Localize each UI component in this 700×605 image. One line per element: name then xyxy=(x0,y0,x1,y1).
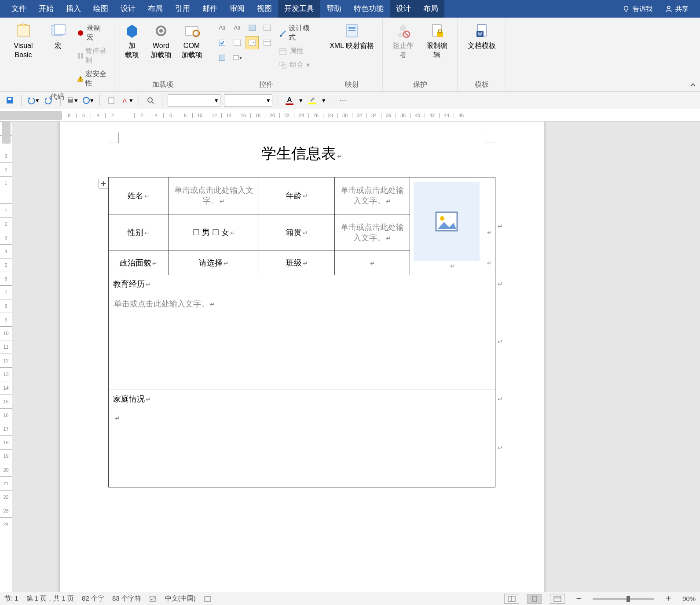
svg-line-47 xyxy=(152,102,154,103)
chevron-up-icon xyxy=(689,81,696,89)
tab-file[interactable]: 文件 xyxy=(5,0,33,18)
ribbon-group-addins: 加 载项 Word 加载项 COM 加载项 加载项 xyxy=(114,18,211,91)
qat-more-button[interactable]: ⋯ xyxy=(337,94,349,107)
svg-rect-28 xyxy=(348,27,355,29)
horizontal-ruler[interactable]: 8642246810121416182022242628303234363840… xyxy=(0,109,700,122)
cell-politics-label[interactable]: 政治面貌↵ xyxy=(109,251,169,275)
share-button[interactable]: 共享 xyxy=(659,5,695,13)
cell-class-input[interactable]: ↵↵ xyxy=(334,251,410,275)
status-language[interactable]: 中文(中国) xyxy=(165,594,196,603)
cell-politics-input[interactable]: 请选择↵ xyxy=(169,251,259,275)
picture-placeholder[interactable] xyxy=(414,182,480,261)
qat-shape-button[interactable]: ▾ xyxy=(82,94,94,107)
cell-family-header[interactable]: 家庭情况↵↵ xyxy=(109,390,495,408)
read-mode-button[interactable] xyxy=(504,594,519,604)
plain-text-control[interactable]: Aa xyxy=(231,21,244,34)
date-picker-control[interactable] xyxy=(260,36,274,49)
checkbox-control[interactable] xyxy=(216,36,229,49)
xml-mapping-button[interactable]: XML 映射窗格 xyxy=(326,21,377,52)
font-name-combo[interactable]: ▾ xyxy=(168,94,220,107)
status-page[interactable]: 第 1 页，共 1 页 xyxy=(26,594,74,603)
tab-insert[interactable]: 插入 xyxy=(60,0,87,18)
cell-origin-label[interactable]: 籍贯↵ xyxy=(259,214,334,251)
cell-class-label[interactable]: 班级↵ xyxy=(259,251,334,275)
com-addins-button[interactable]: COM 加载项 xyxy=(177,21,206,62)
tab-special[interactable]: 特色功能 xyxy=(348,0,390,18)
tab-table-layout[interactable]: 布局 xyxy=(417,0,444,18)
tab-developer[interactable]: 开发工具 xyxy=(278,0,320,18)
undo-button[interactable]: ▾ xyxy=(27,94,39,107)
font-color-button[interactable]: A xyxy=(283,94,296,107)
zoom-out-button[interactable]: − xyxy=(573,594,585,604)
visual-basic-button[interactable]: Visual Basic xyxy=(4,21,42,62)
status-section[interactable]: 节: 1 xyxy=(4,594,18,603)
status-chars[interactable]: 83 个字符 xyxy=(112,594,141,603)
cell-name-input[interactable]: 单击或点击此处输入文字。↵ xyxy=(169,177,259,214)
ribbon-group-template: W 文档模板 模板 xyxy=(458,18,506,91)
qat-paste-button[interactable] xyxy=(105,94,117,107)
macro-security-button[interactable]: ! 宏安全性 xyxy=(75,69,109,89)
cell-photo[interactable]: ↵ ↵ xyxy=(410,177,495,275)
svg-text:W: W xyxy=(478,32,482,37)
zoom-slider[interactable] xyxy=(593,598,654,600)
group-label-mapping: 映射 xyxy=(345,78,359,89)
student-info-table[interactable]: 姓名↵ 单击或点击此处输入文字。↵ 年龄↵ 单击或点击此处输入文字。↵ ↵ ↵ … xyxy=(108,177,495,487)
ribbon: Visual Basic 宏 录制宏 暂停录制 ! 宏安全性 xyxy=(0,18,700,92)
tab-mailings[interactable]: 邮件 xyxy=(196,0,224,18)
document-template-button[interactable]: W 文档模板 xyxy=(464,21,499,52)
status-words[interactable]: 82 个字 xyxy=(82,594,104,603)
cell-edu-header[interactable]: 教育经历↵↵ xyxy=(109,275,495,293)
print-layout-button[interactable] xyxy=(527,594,542,604)
tab-design[interactable]: 设计 xyxy=(114,0,142,18)
cell-age-label[interactable]: 年龄↵ xyxy=(259,177,334,214)
restrict-editing-button[interactable]: 限制编辑 xyxy=(421,21,453,62)
status-spellcheck[interactable] xyxy=(149,595,157,602)
cell-gender-input[interactable]: ☐ 男 ☐ 女↵ xyxy=(169,214,259,251)
vertical-ruler[interactable]: 54321 1234567891011121314151617181920212… xyxy=(0,122,12,592)
zoom-level[interactable]: 90% xyxy=(682,595,696,602)
tab-draw[interactable]: 绘图 xyxy=(87,0,114,18)
repeating-section-control[interactable] xyxy=(216,51,229,64)
legacy-tools[interactable]: ▾ xyxy=(231,51,244,64)
page-title[interactable]: 学生信息表↵ xyxy=(108,144,495,164)
tab-references[interactable]: 引用 xyxy=(169,0,196,18)
collapse-ribbon-button[interactable] xyxy=(689,81,696,89)
combo-box-control[interactable] xyxy=(231,36,244,49)
tab-home[interactable]: 开始 xyxy=(33,0,60,18)
rich-text-control[interactable]: Aa xyxy=(216,21,229,34)
cell-age-input[interactable]: 单击或点击此处输入文字。↵ xyxy=(334,177,410,214)
status-macro-indicator[interactable] xyxy=(204,595,212,602)
cell-name-label[interactable]: 姓名↵ xyxy=(109,177,169,214)
highlight-button[interactable] xyxy=(306,94,319,107)
tab-table-design[interactable]: 设计 xyxy=(390,0,417,18)
word-addins-button[interactable]: Word 加载项 xyxy=(148,21,174,62)
web-layout-button[interactable] xyxy=(550,594,565,604)
svg-rect-4 xyxy=(55,25,65,34)
macros-button[interactable]: 宏 xyxy=(45,21,71,52)
block-authors-button[interactable]: 阻止作者 xyxy=(387,21,419,62)
zoom-in-button[interactable]: + xyxy=(662,594,674,604)
qat-styles-button[interactable]: A ▾ xyxy=(121,94,133,107)
building-block-control[interactable] xyxy=(260,21,274,34)
table-move-handle[interactable] xyxy=(99,179,108,188)
font-size-combo[interactable]: ▾ xyxy=(224,94,272,107)
qat-print-button[interactable]: ▾ xyxy=(66,94,78,107)
tab-help[interactable]: 帮助 xyxy=(320,0,348,18)
dropdown-list-control[interactable] xyxy=(246,36,259,49)
document-area[interactable]: 学生信息表↵ 姓名↵ 单击或点击此处输入文字。↵ 年龄↵ 单击或点击此处输入文字… xyxy=(12,122,700,592)
design-mode-button[interactable]: 设计模式 xyxy=(277,23,315,43)
record-macro-button[interactable]: 录制宏 xyxy=(75,23,109,43)
cell-edu-input[interactable]: 单击或点击此处输入文字。↵↵ xyxy=(109,293,495,390)
tab-view[interactable]: 视图 xyxy=(251,0,278,18)
tab-layout[interactable]: 布局 xyxy=(142,0,169,18)
addins-button[interactable]: 加 载项 xyxy=(119,21,145,62)
picture-control[interactable] xyxy=(246,21,259,34)
save-button[interactable] xyxy=(4,94,16,107)
qat-find-button[interactable] xyxy=(144,94,157,107)
tell-me[interactable]: 告诉我 xyxy=(616,5,659,13)
tab-review[interactable]: 审阅 xyxy=(224,0,251,18)
cell-gender-label[interactable]: 性别↵ xyxy=(109,214,169,251)
cell-family-input[interactable]: ↵↵ xyxy=(109,408,495,487)
svg-rect-13 xyxy=(249,25,256,31)
cell-origin-input[interactable]: 单击或点击此处输入文字。↵↵ xyxy=(334,214,410,251)
